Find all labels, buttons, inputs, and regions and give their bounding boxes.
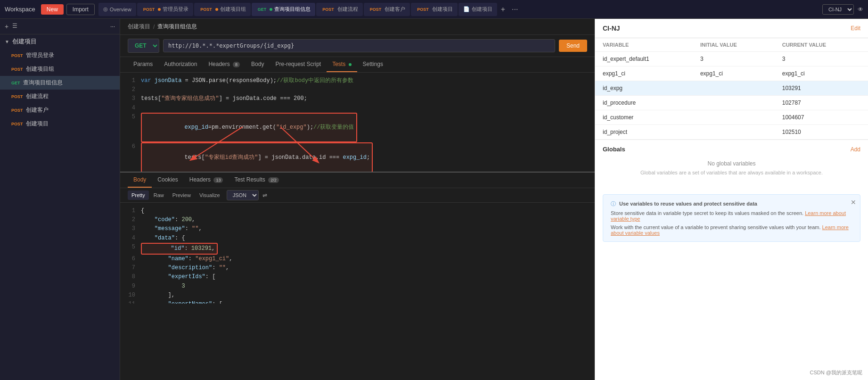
variables-table: VARIABLE INITIAL VALUE CURRENT VALUE id_… [595,38,868,140]
sidebar-item-create-group[interactable]: POST 创建项目组 [0,62,120,76]
format-visualize[interactable]: Visualize [196,190,224,200]
tab-create-customer[interactable]: POST 创建客户 [364,3,410,16]
var-name-0: id_expert_default1 [595,52,693,66]
var-name-4: id_customer [595,110,693,125]
collection-name: 创建项目 [12,37,37,46]
resp-tab-test-results[interactable]: Test Results 2/2 [229,173,284,188]
format-preview[interactable]: Preview [169,190,195,200]
info-text1: Store sensitive data in variable type se… [611,210,852,222]
workspace-label: Workspace [5,6,35,13]
globals-add-button[interactable]: Add [851,146,860,153]
sidebar-item-create-flow[interactable]: POST 创建流程 [0,90,120,103]
response-section: Body Cookies Headers 13 Test Results 2/2… [120,172,595,304]
edit-button[interactable]: Edit [851,25,860,32]
method-post-icon4: POST [368,7,383,12]
breadcrumb-separator: / [153,24,155,30]
sidebar-item-create-customer[interactable]: POST 创建客户 [0,103,120,117]
sidebar-method-post3: POST [11,94,23,99]
watermark: CSDN @我的派克笔呢 [810,369,862,376]
sidebar-method-post1: POST [11,53,23,58]
var-current-1: expg1_ci [775,66,868,81]
info-box: ⓘ Use variables to reuse values and prot… [603,194,860,242]
var-initial-0: 3 [693,52,775,66]
var-initial-2 [693,81,775,96]
close-info-button[interactable]: ✕ [851,198,856,206]
sidebar-item-create-project[interactable]: POST 创建项目 [0,117,120,131]
wrap-icon[interactable]: ⇌ [262,192,267,198]
tab-create-project[interactable]: POST 创建项目 [411,3,458,16]
tab-body[interactable]: Body [246,57,270,72]
var-current-3: 102787 [775,96,868,110]
tab-create-group[interactable]: POST 创建项目组 [194,3,251,16]
sidebar-method-post2: POST [11,67,23,72]
var-name-3: id_procedure [595,96,693,110]
env-selector[interactable]: CI-NJ [822,4,854,15]
tab-create-group-label: 创建项目组 [220,6,246,13]
sidebar-item-admin-login[interactable]: POST 管理员登录 [0,49,120,62]
sidebar-item-query-group[interactable]: GET 查询项目组信息 [0,76,120,90]
overview-icon: ◎ [103,6,108,12]
no-globals-label: No global variables [610,160,853,167]
response-body[interactable]: 1 { 2 "code": 200, 3 "message": "", 4 [120,203,595,304]
tab-params[interactable]: Params [128,57,158,72]
topbar-right: CI-NJ 👁 [822,4,863,15]
tab-headers[interactable]: Headers 8 [203,57,246,72]
resp-line-3: 3 "message": "", [124,224,591,233]
headers-count-badge: 13 [213,177,223,183]
sidebar-add-icon[interactable]: + [5,23,8,30]
breadcrumb-parent[interactable]: 创建项目 [128,23,150,31]
sidebar-more-icon[interactable]: ··· [110,23,115,30]
tab-more-icon[interactable]: ··· [509,5,521,14]
tab-file[interactable]: 📄 创建项目 [459,3,497,16]
topbar: Workspace New Import ◎ Overview POST 管理员… [0,0,868,19]
globals-section: Globals Add No global variables Global v… [595,140,868,189]
var-row-1: expg1_ci expg1_ci expg1_ci [595,66,868,81]
sidebar-item-admin-login-label: 管理员登录 [26,51,54,59]
tab-overview[interactable]: ◎ Overview [98,3,136,16]
tests-code-editor[interactable]: 1 var jsonData = JSON.parse(responseBody… [120,73,595,172]
tab-tests[interactable]: Tests [327,57,357,72]
sidebar-method-post5: POST [11,122,23,126]
resp-line-7: 7 "description": "", [124,264,591,273]
format-pretty[interactable]: Pretty [128,190,149,200]
eye-icon[interactable]: 👁 [858,6,863,13]
json-format-select[interactable]: JSON [227,190,259,200]
resp-tab-cookies[interactable]: Cookies [152,173,183,188]
new-button[interactable]: New [41,4,64,15]
import-button[interactable]: Import [66,4,95,15]
tab-create-flow[interactable]: POST 创建流程 [316,3,363,16]
test-results-badge: 2/2 [268,177,279,183]
send-button[interactable]: Send [559,40,587,52]
code-line-3: 3 tests["查询专家组信息成功"] = jsonData.code ===… [124,94,591,103]
tab-settings[interactable]: Settings [357,57,389,72]
tab-create-customer-label: 创建客户 [385,6,405,13]
sidebar-item-create-customer-label: 创建客户 [26,106,49,114]
resp-line-2: 2 "code": 200, [124,215,591,224]
var-row-2: id_expg 103291 [595,81,868,96]
tab-authorization[interactable]: Authorization [158,57,203,72]
var-current-5: 102510 [775,125,868,140]
resp-line-1: 1 { [124,207,591,215]
url-input[interactable] [163,39,555,52]
method-select[interactable]: GET [128,39,159,53]
info-title: Use variables to reuse values and protec… [619,201,757,207]
tab-add-icon[interactable]: + [498,5,508,14]
tab-prerequest[interactable]: Pre-request Script [270,57,327,72]
tab-admin-login[interactable]: POST 管理员登录 [137,3,194,16]
collection-expand[interactable]: ▼ 创建项目 [0,34,120,49]
col-variable: VARIABLE [595,38,693,52]
info-text2: Work with the current value of a variabl… [611,224,852,236]
var-initial-4 [693,110,775,125]
tests-dot [349,63,352,66]
method-post-icon5: POST [416,7,430,12]
tab-query-group[interactable]: GET 查询项目组信息 [252,3,316,16]
no-globals-desc: Global variables are a set of variables … [610,170,853,175]
resp-tab-body[interactable]: Body [128,173,152,188]
right-panel-header: CI-NJ Edit [595,19,868,38]
sidebar-method-get: GET [11,81,20,85]
globals-header: Globals Add [603,146,860,153]
sidebar-menu-icon[interactable]: ☰ [12,23,17,30]
resp-tab-headers[interactable]: Headers 13 [184,173,229,188]
resp-line-8: 8 "expertIds": [ [124,273,591,281]
format-raw[interactable]: Raw [150,190,168,200]
